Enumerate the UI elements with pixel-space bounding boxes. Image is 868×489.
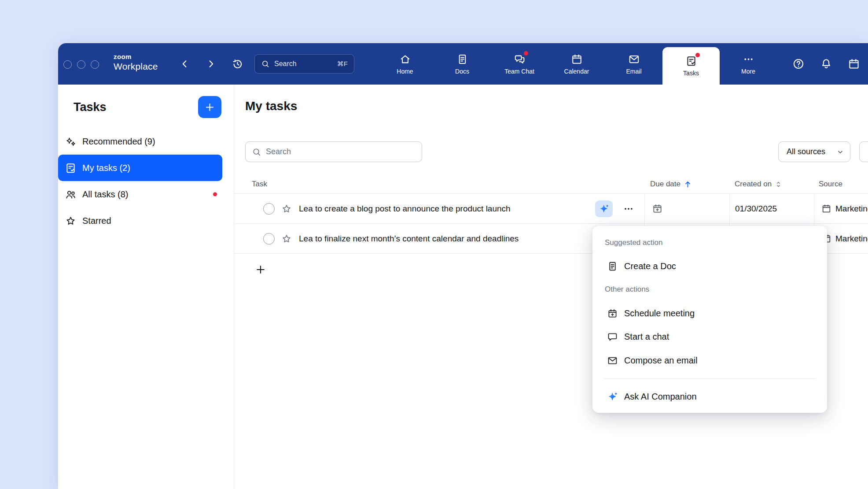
search-icon xyxy=(261,59,270,68)
source-calendar-icon xyxy=(821,204,831,214)
forward-button[interactable] xyxy=(203,56,219,72)
app-window: zoom Workplace ⌘F Home Docs xyxy=(58,43,868,489)
top-bar: zoom Workplace ⌘F Home Docs xyxy=(58,43,868,85)
complete-checkbox[interactable] xyxy=(263,203,275,215)
created-on-value: 01/30/2025 xyxy=(735,204,777,214)
task-cell: Lea to create a blog post to announce th… xyxy=(234,194,644,223)
tasks-icon xyxy=(685,55,697,67)
back-button[interactable] xyxy=(177,56,193,72)
global-search-input[interactable] xyxy=(274,60,333,68)
due-date-cell xyxy=(644,194,729,223)
menu-item-label: Start a chat xyxy=(624,332,669,342)
tasks-sidebar: Tasks Recommended (9) My tasks (2) All t… xyxy=(58,85,234,489)
menu-item-compose-email[interactable]: Compose an email xyxy=(592,350,827,370)
star-toggle[interactable] xyxy=(281,203,292,215)
sort-toggle-icon xyxy=(774,180,783,189)
home-icon xyxy=(399,53,411,65)
my-tasks-panel: My tasks All sources Task Due date Creat… xyxy=(234,85,868,489)
window-control-dot[interactable] xyxy=(91,60,99,69)
column-label: Created on xyxy=(735,180,772,189)
history-icon xyxy=(232,58,243,70)
menu-divider xyxy=(604,378,816,379)
nav-item-tasks[interactable]: Tasks xyxy=(662,47,720,85)
table-header: Task Due date Created on Source xyxy=(234,175,868,194)
menu-item-start-chat[interactable]: Start a chat xyxy=(592,326,827,347)
sidebar-item-my-tasks[interactable]: My tasks (2) xyxy=(58,155,222,181)
notifications-bell-icon xyxy=(820,58,832,70)
column-header-due-date[interactable]: Due date xyxy=(650,175,692,193)
sidebar-item-label: Starred xyxy=(82,216,111,226)
sidebar-item-recommended[interactable]: Recommended (9) xyxy=(58,128,222,155)
logo-brand: zoom xyxy=(114,53,158,60)
people-icon xyxy=(65,189,77,200)
topbar-right-icons xyxy=(791,43,868,85)
nav-item-home[interactable]: Home xyxy=(376,43,434,85)
top-navigation: Home Docs Team Chat Calendar Email xyxy=(376,43,777,85)
sidebar-title: Tasks xyxy=(74,100,107,114)
row-more-button[interactable] xyxy=(622,202,635,215)
chevron-left-icon xyxy=(179,58,191,70)
task-title: Lea to create a blog post to announce th… xyxy=(299,204,511,214)
chevron-right-icon xyxy=(205,58,217,70)
menu-item-ask-ai-companion[interactable]: Ask AI Companion xyxy=(592,386,827,407)
menu-item-schedule-meeting[interactable]: Schedule meeting xyxy=(592,303,827,323)
star-icon xyxy=(281,203,292,215)
star-icon xyxy=(65,215,77,227)
menu-item-label: Create a Doc xyxy=(624,261,676,271)
complete-checkbox[interactable] xyxy=(263,233,275,244)
nav-item-more[interactable]: More xyxy=(720,43,777,85)
search-icon xyxy=(252,147,261,157)
notifications-button[interactable] xyxy=(818,56,834,72)
sidebar-item-label: My tasks (2) xyxy=(82,163,130,173)
new-task-button[interactable] xyxy=(198,96,221,118)
sources-filter-dropdown[interactable]: All sources xyxy=(778,141,850,162)
sidebar-item-starred[interactable]: Starred xyxy=(58,207,222,234)
menu-item-label: Schedule meeting xyxy=(624,308,695,319)
help-button[interactable] xyxy=(791,56,806,72)
sidebar-item-label: All tasks (8) xyxy=(82,189,128,200)
table-row[interactable]: Lea to create a blog post to announce th… xyxy=(234,194,868,224)
source-value: Marketing xyxy=(835,204,868,214)
page-title: My tasks xyxy=(245,99,297,113)
created-on-cell: 01/30/2025 xyxy=(729,194,814,223)
zoom-workplace-logo: zoom Workplace xyxy=(114,53,158,71)
menu-section-header: Suggested action xyxy=(605,238,662,247)
calendar-add-icon xyxy=(607,308,618,319)
column-header-created-on[interactable]: Created on xyxy=(735,175,783,193)
add-task-button[interactable] xyxy=(254,263,267,276)
menu-item-create-doc[interactable]: Create a Doc xyxy=(592,256,827,276)
star-toggle[interactable] xyxy=(281,233,292,244)
tasks-search-input[interactable] xyxy=(266,147,416,156)
tasks-search[interactable] xyxy=(245,141,422,162)
sidebar-item-label: Recommended (9) xyxy=(82,137,155,147)
global-search[interactable]: ⌘F xyxy=(254,54,354,74)
menu-item-label: Compose an email xyxy=(624,356,698,366)
chevron-down-icon xyxy=(836,148,845,156)
window-control-dot[interactable] xyxy=(63,60,72,69)
sparkles-icon xyxy=(65,136,77,148)
nav-item-docs[interactable]: Docs xyxy=(434,43,491,85)
search-shortcut: ⌘F xyxy=(337,60,348,68)
nav-label: Team Chat xyxy=(504,68,534,75)
window-controls xyxy=(63,60,99,69)
clipped-toolbar-button[interactable] xyxy=(859,141,868,162)
nav-label: Email xyxy=(626,68,641,75)
star-icon xyxy=(281,233,292,244)
ai-companion-icon xyxy=(599,204,609,214)
add-due-date-button[interactable] xyxy=(652,203,663,214)
logo-product: Workplace xyxy=(114,61,158,71)
nav-label: Docs xyxy=(455,68,469,75)
sort-ascending-icon xyxy=(683,180,692,189)
nav-item-calendar[interactable]: Calendar xyxy=(548,43,605,85)
window-control-dot[interactable] xyxy=(77,60,85,69)
nav-item-team-chat[interactable]: Team Chat xyxy=(491,43,548,85)
sidebar-item-all-tasks[interactable]: All tasks (8) xyxy=(58,181,222,207)
calendar-panel-button[interactable] xyxy=(846,56,862,72)
task-cell: Lea to finalize next month’s content cal… xyxy=(234,224,644,253)
history-button[interactable] xyxy=(229,56,245,72)
nav-item-email[interactable]: Email xyxy=(605,43,662,85)
source-cell: Marketing xyxy=(814,194,868,223)
column-label: Source xyxy=(819,180,842,189)
ai-companion-actions-button[interactable] xyxy=(595,200,613,217)
email-icon xyxy=(607,355,618,366)
